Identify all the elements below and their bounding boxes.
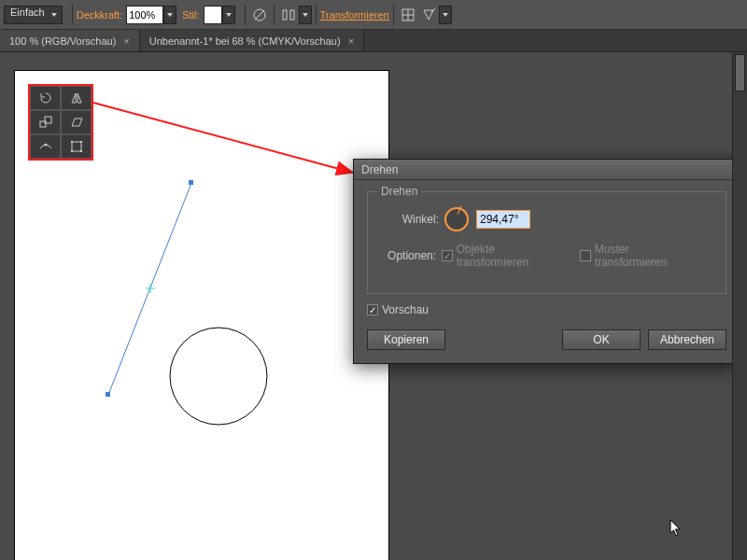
dialog-title: Drehen xyxy=(361,163,398,176)
clip-mask-icon[interactable] xyxy=(418,5,439,25)
transform-objects-label: Objekte transformieren xyxy=(457,243,566,269)
vertical-scrollbar[interactable] xyxy=(732,52,747,560)
svg-rect-18 xyxy=(71,141,73,143)
opacity-panel-icon[interactable] xyxy=(249,5,270,25)
rotate-group: Drehen Winkel: Optionen: Objekte transfo… xyxy=(367,191,726,294)
preview-checkbox[interactable] xyxy=(367,304,378,315)
svg-line-1 xyxy=(255,10,264,20)
svg-rect-21 xyxy=(80,150,82,152)
transform-objects-checkbox xyxy=(442,250,453,261)
opacity-stepper[interactable] xyxy=(163,6,176,24)
svg-point-16 xyxy=(44,144,47,147)
shear-tool[interactable] xyxy=(61,110,92,134)
svg-rect-2 xyxy=(283,10,287,20)
svg-rect-3 xyxy=(290,10,294,20)
transform-patterns-checkbox xyxy=(580,250,591,261)
isolate-icon[interactable] xyxy=(398,5,418,25)
svg-point-13 xyxy=(170,328,267,425)
divider xyxy=(274,5,275,25)
opacity-label: Deckkraft: xyxy=(77,9,123,21)
free-transform-tool[interactable] xyxy=(61,134,92,159)
divider xyxy=(72,5,73,25)
transform-patterns-label: Muster transformieren xyxy=(595,243,699,269)
stroke-style-dropdown[interactable]: Einfach xyxy=(4,6,63,24)
reshape-tool[interactable] xyxy=(30,134,61,159)
copy-button[interactable]: Kopieren xyxy=(367,329,445,350)
document-tab[interactable]: 100 % (RGB/Vorschau) × xyxy=(0,30,140,51)
tab-label: 100 % (RGB/Vorschau) xyxy=(9,35,116,47)
style-dropdown[interactable] xyxy=(222,6,235,24)
svg-rect-19 xyxy=(80,141,82,143)
divider xyxy=(393,5,394,25)
reflect-tool[interactable] xyxy=(61,86,92,110)
scale-tool[interactable] xyxy=(30,110,61,134)
svg-rect-20 xyxy=(71,150,73,152)
ok-button[interactable]: OK xyxy=(562,329,641,350)
angle-label: Winkel: xyxy=(379,213,439,226)
angle-input[interactable] xyxy=(476,210,530,229)
preview-label: Vorschau xyxy=(382,303,429,316)
scrollbar-thumb[interactable] xyxy=(735,54,745,91)
rotate-tool[interactable] xyxy=(30,86,61,110)
document-tab[interactable]: Unbenannt-1* bei 68 % (CMYK/Vorschau) × xyxy=(140,30,364,51)
svg-rect-17 xyxy=(72,142,81,151)
opacity-input[interactable] xyxy=(126,6,163,24)
divider xyxy=(245,5,246,25)
svg-rect-10 xyxy=(106,392,110,397)
rotate-dialog: Drehen Drehen Winkel: Optionen: Objekte … xyxy=(353,159,740,364)
style-swatch[interactable] xyxy=(204,6,222,24)
divider xyxy=(316,5,317,25)
close-icon[interactable]: × xyxy=(123,35,129,47)
svg-rect-9 xyxy=(189,180,193,185)
align-panel-icon[interactable] xyxy=(278,5,299,25)
close-icon[interactable]: × xyxy=(348,35,354,47)
dialog-titlebar[interactable]: Drehen xyxy=(354,160,740,180)
tab-label: Unbenannt-1* bei 68 % (CMYK/Vorschau) xyxy=(149,35,341,47)
align-dropdown[interactable] xyxy=(299,6,312,24)
document-tab-bar: 100 % (RGB/Vorschau) × Unbenannt-1* bei … xyxy=(0,30,747,52)
angle-knob[interactable] xyxy=(444,207,469,231)
options-label: Optionen: xyxy=(379,249,436,262)
group-legend: Drehen xyxy=(377,185,421,198)
cancel-button[interactable]: Abbrechen xyxy=(648,329,726,350)
extra-dropdown[interactable] xyxy=(439,6,452,24)
transform-tools-flyout xyxy=(28,84,93,161)
options-bar: Einfach Deckkraft: Stil: Transformieren xyxy=(0,0,747,30)
transform-link[interactable]: Transformieren xyxy=(320,9,389,21)
style-label: Stil: xyxy=(182,9,199,21)
